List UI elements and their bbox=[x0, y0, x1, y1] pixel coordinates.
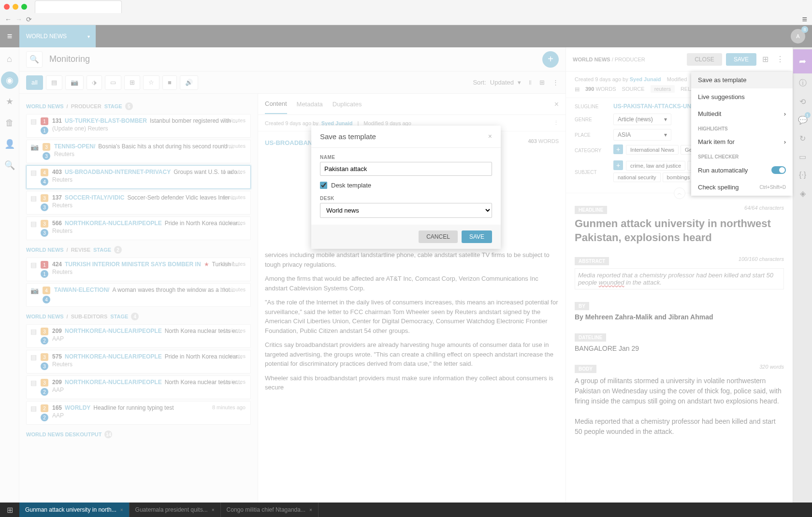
window-minimize-icon[interactable] bbox=[13, 4, 18, 10]
close-tab-icon[interactable]: × bbox=[309, 507, 312, 513]
desk-select[interactable]: World news bbox=[320, 203, 492, 218]
close-tab-icon[interactable]: × bbox=[120, 507, 123, 513]
menu-section-highlights: HIGHLIGHTS bbox=[691, 122, 793, 133]
modal-header: Save as template × bbox=[311, 126, 501, 148]
desk-template-check-input[interactable] bbox=[320, 182, 327, 189]
browser-tab[interactable] bbox=[35, 0, 122, 13]
modal-title: Save as template bbox=[320, 132, 376, 141]
workspace-tab[interactable]: Guatemala president quits...× bbox=[130, 503, 221, 517]
window-tab-bar bbox=[0, 0, 812, 14]
menu-run-automatically[interactable]: Run automatically bbox=[691, 161, 793, 179]
workspace-tab[interactable]: Congo militia chief Ntaganda...× bbox=[221, 503, 319, 517]
keyboard-shortcut: Ctrl+Shift+D bbox=[760, 185, 786, 190]
menu-live-suggestions[interactable]: Live suggestions bbox=[691, 88, 793, 105]
window-zoom-icon[interactable] bbox=[21, 4, 27, 10]
forward-icon[interactable]: → bbox=[15, 15, 22, 23]
close-tab-icon[interactable]: × bbox=[212, 507, 215, 513]
back-icon[interactable]: ← bbox=[5, 15, 12, 23]
workspace-tab[interactable]: Gunman attack university in north...× bbox=[19, 503, 130, 517]
menu-save-as-template[interactable]: Save as template bbox=[691, 72, 793, 88]
template-name-input[interactable] bbox=[320, 162, 492, 176]
chevron-right-icon: › bbox=[784, 110, 786, 117]
modal-body: NAME Desk template DESK World news bbox=[311, 148, 501, 225]
url-bar: ← → ⟳ ≡ bbox=[0, 14, 812, 25]
modal-overlay[interactable] bbox=[0, 25, 812, 503]
modal-close-icon[interactable]: × bbox=[488, 132, 492, 141]
chevron-right-icon: › bbox=[784, 138, 786, 145]
bottom-workspace-bar: ⊞ Gunman attack university in north...× … bbox=[0, 503, 812, 517]
desk-label: DESK bbox=[320, 196, 492, 201]
browser-menu-icon[interactable]: ≡ bbox=[802, 14, 807, 25]
grid-icon[interactable]: ⊞ bbox=[0, 505, 19, 515]
menu-mark-item[interactable]: Mark item for› bbox=[691, 133, 793, 150]
menu-section-spellchecker: SPELL CHECKER bbox=[691, 150, 793, 161]
save-template-modal: Save as template × NAME Desk template DE… bbox=[311, 126, 501, 249]
reload-icon[interactable]: ⟳ bbox=[26, 15, 32, 23]
window-close-icon[interactable] bbox=[4, 4, 10, 10]
menu-check-spelling[interactable]: Check spellingCtrl+Shift+D bbox=[691, 179, 793, 196]
modal-footer: CANCEL SAVE bbox=[311, 225, 501, 249]
toggle-icon[interactable] bbox=[771, 166, 786, 174]
browser-chrome: ← → ⟳ ≡ bbox=[0, 0, 812, 25]
menu-multiedit[interactable]: Multiedit› bbox=[691, 105, 793, 122]
desk-template-checkbox[interactable]: Desk template bbox=[320, 182, 492, 189]
editor-dropdown-menu: Save as template Live suggestions Multie… bbox=[691, 72, 793, 196]
cancel-button[interactable]: CANCEL bbox=[419, 230, 458, 243]
modal-save-button[interactable]: SAVE bbox=[462, 230, 492, 243]
name-label: NAME bbox=[320, 155, 492, 160]
